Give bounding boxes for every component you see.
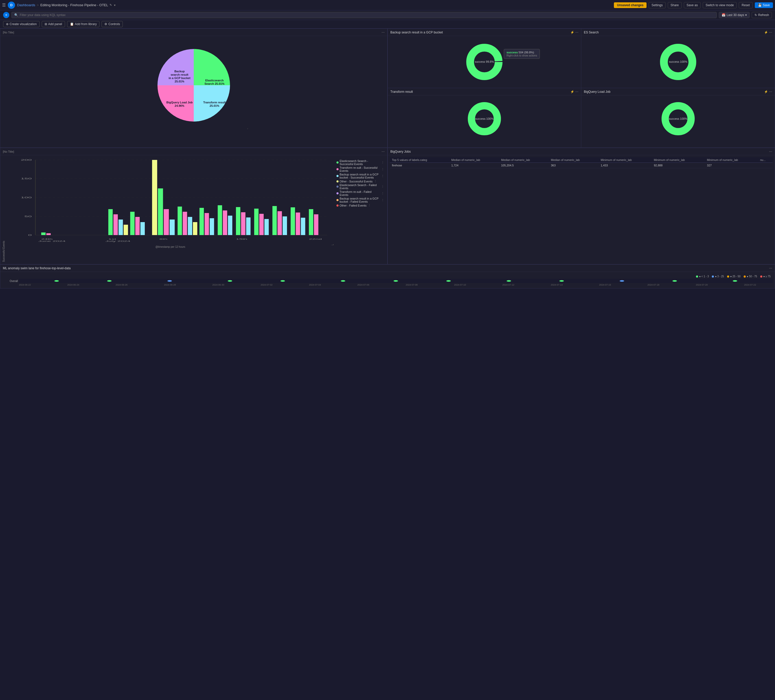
chevron-down-icon: ▾	[745, 13, 747, 17]
es-search-header: ES Search ⚡ ⋯	[581, 29, 775, 36]
bigquery-load-body: success 100%	[581, 95, 775, 142]
svg-text:25.01%: 25.01%	[175, 80, 185, 83]
add-from-library-button[interactable]: 📋 Add from library	[67, 21, 100, 27]
add-panel-button[interactable]: ⊞ Add panel	[42, 21, 65, 27]
legend-menu-icon[interactable]: ⋮	[381, 168, 384, 171]
kql-filter-input[interactable]	[20, 13, 714, 17]
svg-rect-51	[301, 218, 305, 235]
svg-rect-20	[158, 188, 163, 235]
save-icon: 💾	[758, 3, 762, 7]
legend-item: Other - Failed Events ⋮	[336, 204, 384, 207]
table-cell-category: firehose	[390, 163, 449, 168]
kebab-icon[interactable]: ⋯	[575, 90, 579, 93]
filter-bar: + 🔍 📅 Last 30 days ▾ ↻ Refresh	[0, 10, 775, 20]
refresh-button[interactable]: ↻ Refresh	[752, 12, 772, 18]
svg-rect-37	[218, 205, 222, 235]
ml-swimlane-track	[19, 279, 773, 283]
filter-icon[interactable]: ⚡	[764, 90, 768, 93]
breadcrumb-dashboards-link[interactable]: Dashboards	[17, 3, 35, 7]
backup-search-header: Backup search result in a GCP bucket ⚡ ⋯	[388, 29, 581, 36]
kebab-icon[interactable]: ⋯	[575, 31, 579, 34]
bigquery-donut-svg: success 100%	[659, 100, 698, 137]
switch-view-button[interactable]: Switch to view mode	[703, 2, 737, 8]
add-filter-button[interactable]: +	[3, 12, 9, 18]
share-button[interactable]: Share	[668, 2, 682, 8]
kql-filter-input-wrap[interactable]: 🔍	[12, 12, 717, 18]
legend-menu-icon[interactable]: ⋮	[381, 161, 384, 164]
unsaved-changes-button[interactable]: Unsaved changes	[614, 2, 647, 8]
settings-button[interactable]: Settings	[649, 2, 665, 8]
svg-text:0: 0	[28, 234, 32, 237]
table-cell-v3: 363	[549, 163, 599, 168]
backup-donut-label: success 99.8%	[475, 60, 494, 63]
panel-options-icons[interactable]: ⋯	[382, 31, 385, 34]
dashboard-toolbar: ⊕ Create visualization ⊞ Add panel 📋 Add…	[0, 20, 775, 28]
resize-handle[interactable]: ⌟	[247, 127, 248, 129]
backup-search-title: Backup search result in a GCP bucket	[390, 31, 443, 34]
pie-label-bigquery: BigQuery Load Job	[166, 101, 193, 104]
bar-chart-title: [No Title]	[3, 150, 14, 153]
legend-menu-icon[interactable]: ⋮	[381, 192, 384, 195]
legend-item: Backup search result in a GCP bucket - S…	[336, 173, 384, 179]
table-cell-v2: 105,204.5	[499, 163, 549, 168]
ml-anomaly-header: ML anomaly swim lane for firehose-top-le…	[0, 265, 775, 272]
svg-text:in a GCP bucket: in a GCP bucket	[169, 77, 190, 80]
chevron-down-icon[interactable]: ▾	[114, 3, 116, 7]
svg-text:15th: 15th	[236, 238, 247, 240]
edit-icon[interactable]: ✎	[110, 3, 112, 7]
filter-right-controls: 📅 Last 30 days ▾ ↻ Refresh	[719, 12, 772, 18]
nav-actions: Unsaved changes Settings Share Save as S…	[614, 2, 773, 8]
reset-button[interactable]: Reset	[739, 2, 752, 8]
svg-rect-25	[119, 220, 123, 235]
hamburger-icon[interactable]: ☰	[2, 3, 6, 8]
svg-rect-44	[259, 214, 264, 235]
svg-text:200: 200	[21, 158, 32, 161]
svg-rect-36	[210, 218, 214, 235]
table-row: firehose 1,724 105,204.5 363 1,433 92,88…	[390, 163, 773, 168]
es-donut-svg: success 100%	[659, 43, 698, 82]
time-range-picker[interactable]: 📅 Last 30 days ▾	[719, 12, 750, 18]
filter-icon[interactable]: ⚡	[570, 90, 574, 93]
svg-point-68	[341, 280, 345, 282]
kebab-icon[interactable]: ⋯	[769, 31, 772, 34]
pie-label-transform: Transform result	[203, 101, 226, 104]
legend-menu-icon[interactable]: ⋮	[381, 174, 384, 178]
legend-menu-icon[interactable]: ⋮	[381, 198, 384, 202]
controls-button[interactable]: ⚙ Controls	[101, 21, 123, 27]
svg-rect-46	[273, 206, 277, 235]
pie-label-es: Elasticsearch	[205, 79, 224, 82]
plus-icon: ⊕	[6, 22, 8, 26]
transform-donut-label: success 100%	[475, 117, 494, 120]
es-search-options[interactable]: ⚡ ⋯	[764, 31, 772, 34]
filter-icon[interactable]: ⚡	[764, 31, 768, 34]
table-col-min1: Minimum of numeric_lab	[599, 157, 652, 163]
pie-label-backup: Backup	[174, 70, 185, 73]
ml-anomaly-options[interactable]: ⋯	[769, 267, 772, 270]
bar-chart-body: Successful Events 200 150 100 50	[0, 155, 387, 264]
filter-icon[interactable]: ⚡	[570, 31, 574, 34]
create-visualization-button[interactable]: ⊕ Create visualization	[3, 21, 40, 27]
legend-menu-icon[interactable]: ⋮	[374, 180, 377, 183]
svg-rect-38	[223, 210, 227, 235]
bigquery-load-options[interactable]: ⚡ ⋯	[764, 90, 772, 93]
bar-chart-options[interactable]: ⋯	[382, 150, 385, 153]
save-as-button[interactable]: Save as	[684, 2, 701, 8]
calendar-icon: 📅	[722, 13, 725, 17]
bigquery-jobs-options[interactable]: ⋯	[769, 150, 772, 153]
legend-item: Backup search result in a GCP bucket - F…	[336, 197, 384, 203]
svg-text:150: 150	[21, 177, 32, 180]
transform-result-options[interactable]: ⚡ ⋯	[570, 90, 579, 93]
kebab-icon[interactable]: ⋯	[769, 90, 772, 93]
svg-text:50: 50	[24, 215, 32, 218]
pie-chart-body: Backup search result in a GCP bucket 25.…	[0, 36, 387, 135]
bar-chart-area: 200 150 100 50 0	[6, 157, 334, 263]
svg-rect-42	[246, 217, 251, 235]
svg-rect-52	[309, 209, 313, 235]
library-icon: 📋	[70, 22, 74, 26]
legend-menu-icon[interactable]: ⋮	[381, 185, 384, 188]
backup-search-options[interactable]: ⚡ ⋯	[570, 31, 579, 34]
svg-rect-35	[205, 213, 209, 235]
legend-menu-icon[interactable]: ⋮	[368, 204, 371, 207]
transform-result-header: Transform result ⚡ ⋯	[388, 88, 581, 95]
save-button[interactable]: 💾 Save	[755, 2, 773, 8]
